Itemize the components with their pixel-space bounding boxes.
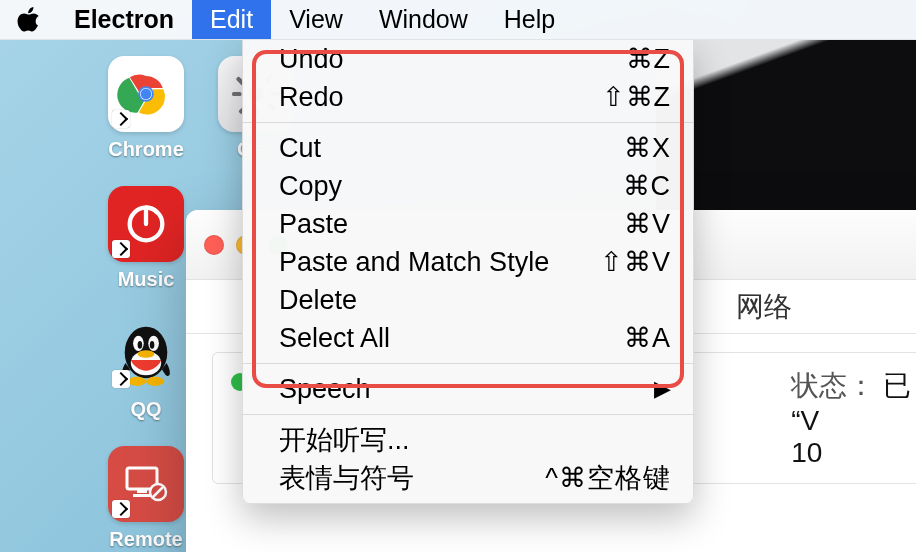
menu-item-label: 表情与符号 — [279, 460, 545, 496]
menu-item-cut[interactable]: Cut ⌘X — [243, 129, 693, 167]
desktop-icon-qq[interactable]: QQ — [96, 316, 196, 421]
menubar-item-edit[interactable]: Edit — [192, 0, 271, 39]
menu-separator — [243, 414, 693, 415]
menu-item-label: Delete — [279, 285, 671, 316]
svg-point-19 — [150, 341, 155, 349]
edit-menu-dropdown: Undo ⌘Z Redo ⇧⌘Z Cut ⌘X Copy ⌘C Paste ⌘V… — [242, 40, 694, 504]
menu-item-start-dictation[interactable]: 开始听写... — [243, 421, 693, 459]
svg-point-20 — [138, 350, 155, 358]
desktop-icon-label: Remote — [96, 528, 196, 551]
alias-badge-icon — [112, 500, 130, 518]
menu-item-speech[interactable]: Speech ▶ — [243, 370, 693, 408]
alias-badge-icon — [112, 110, 130, 128]
desktop-icon-remote[interactable]: Remote — [96, 446, 196, 551]
menu-item-label: Undo — [279, 44, 626, 75]
window-close-button[interactable] — [204, 235, 224, 255]
svg-rect-7 — [232, 92, 241, 96]
submenu-arrow-icon: ▶ — [654, 376, 671, 402]
apple-menu[interactable] — [0, 7, 56, 33]
menu-item-label: 开始听写... — [279, 422, 671, 458]
desktop-icon-music[interactable]: Music — [96, 186, 196, 291]
menu-item-shortcut: ⌘V — [624, 208, 671, 240]
desktop-icon-label: Chrome — [96, 138, 196, 161]
menu-item-label: Cut — [279, 133, 624, 164]
music-icon — [108, 186, 184, 262]
menubar-item-window[interactable]: Window — [361, 0, 486, 39]
status-label: 状态： — [791, 370, 875, 401]
menu-item-label: Paste — [279, 209, 624, 240]
svg-point-22 — [146, 377, 164, 386]
menu-item-copy[interactable]: Copy ⌘C — [243, 167, 693, 205]
svg-point-18 — [138, 341, 143, 349]
menu-item-shortcut: ⌘Z — [626, 43, 672, 75]
svg-rect-25 — [133, 494, 151, 497]
menubar-item-view[interactable]: View — [271, 0, 361, 39]
status-line-3: 10 — [791, 437, 911, 469]
menu-item-delete[interactable]: Delete — [243, 281, 693, 319]
svg-point-3 — [141, 89, 152, 100]
qq-icon — [108, 316, 184, 392]
menu-separator — [243, 363, 693, 364]
menubar: Electron Edit View Window Help — [0, 0, 916, 40]
network-status-block: 状态： 已 “V 10 — [791, 367, 911, 469]
alias-badge-icon — [112, 370, 130, 388]
alias-badge-icon — [112, 240, 130, 258]
desktop-icon-label: Music — [96, 268, 196, 291]
menu-item-label: Paste and Match Style — [279, 247, 600, 278]
background-photo — [656, 40, 916, 234]
menu-item-label: Select All — [279, 323, 624, 354]
status-value: 已 — [883, 370, 911, 401]
svg-rect-24 — [137, 490, 147, 493]
desktop-icon-chrome[interactable]: Chrome — [96, 56, 196, 161]
menu-item-paste-match-style[interactable]: Paste and Match Style ⇧⌘V — [243, 243, 693, 281]
menu-item-emoji-symbols[interactable]: 表情与符号 ^⌘空格键 — [243, 459, 693, 497]
menu-item-shortcut: ⇧⌘V — [600, 246, 671, 278]
menubar-app-name[interactable]: Electron — [56, 5, 192, 34]
menu-item-shortcut: ⌘X — [624, 132, 671, 164]
menu-item-label: Speech — [279, 374, 654, 405]
menu-item-shortcut: ⇧⌘Z — [602, 81, 672, 113]
menu-item-undo[interactable]: Undo ⌘Z — [243, 40, 693, 78]
menu-item-select-all[interactable]: Select All ⌘A — [243, 319, 693, 357]
menu-item-redo[interactable]: Redo ⇧⌘Z — [243, 78, 693, 116]
menu-item-shortcut: ⌘A — [624, 322, 671, 354]
menubar-item-help[interactable]: Help — [486, 0, 573, 39]
remote-desktop-icon — [108, 446, 184, 522]
menu-item-shortcut: ^⌘空格键 — [545, 460, 671, 496]
status-line-2: “V — [791, 405, 911, 437]
svg-point-21 — [128, 377, 146, 386]
chrome-icon — [108, 56, 184, 132]
menu-separator — [243, 122, 693, 123]
desktop-icon-label: QQ — [96, 398, 196, 421]
menu-item-paste[interactable]: Paste ⌘V — [243, 205, 693, 243]
menu-item-label: Redo — [279, 82, 602, 113]
menu-item-label: Copy — [279, 171, 623, 202]
menu-item-shortcut: ⌘C — [623, 170, 672, 202]
